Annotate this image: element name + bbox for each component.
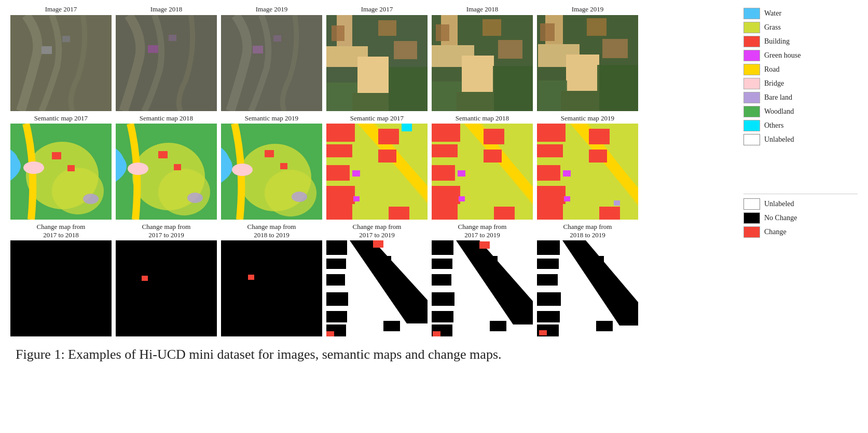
cell-aerial-2: Image 2018 xyxy=(116,5,217,111)
svg-rect-131 xyxy=(539,330,547,335)
label-image-2018-a: Image 2018 xyxy=(150,5,183,13)
svg-rect-124 xyxy=(537,259,559,269)
cell-sem-1: Semantic map 2017 xyxy=(10,114,112,220)
svg-rect-5 xyxy=(169,35,176,41)
legend-bareland: Bare land xyxy=(743,92,858,103)
svg-rect-109 xyxy=(326,331,334,336)
svg-rect-69 xyxy=(352,170,360,177)
unlabeled-change-swatch xyxy=(743,198,760,210)
greenhouse-swatch xyxy=(743,50,760,61)
svg-point-48 xyxy=(158,169,210,215)
label-change-1: Change map from 2017 to 2018 xyxy=(37,223,86,239)
greenhouse-label: Green house xyxy=(764,51,801,60)
svg-rect-8 xyxy=(273,35,281,42)
svg-rect-14 xyxy=(378,20,396,36)
svg-rect-87 xyxy=(537,165,560,181)
svg-rect-102 xyxy=(326,259,346,269)
svg-rect-103 xyxy=(326,274,345,286)
aerial-img-3 xyxy=(221,15,322,111)
label-image-2017-a: Image 2017 xyxy=(45,5,77,13)
svg-rect-50 xyxy=(158,151,168,158)
svg-rect-108 xyxy=(383,321,400,331)
svg-rect-2 xyxy=(62,36,70,42)
cell-change-6: Change map from 2018 to 2019 xyxy=(537,223,638,336)
svg-rect-115 xyxy=(432,292,454,306)
legend-nochange: No Change xyxy=(743,212,858,224)
svg-rect-116 xyxy=(432,311,453,322)
svg-rect-110 xyxy=(373,240,383,248)
svg-rect-27 xyxy=(493,66,533,111)
images-area: Image 2017 Image 2018 xyxy=(10,5,733,337)
label-image-2019-b: Image 2019 xyxy=(572,5,604,13)
unlabeled-sem-swatch xyxy=(743,134,760,145)
others-label: Others xyxy=(764,121,783,130)
svg-rect-79 xyxy=(484,150,502,163)
svg-rect-92 xyxy=(563,170,571,177)
svg-rect-127 xyxy=(537,311,560,322)
svg-rect-89 xyxy=(537,204,563,220)
svg-rect-90 xyxy=(589,150,607,163)
svg-rect-75 xyxy=(484,129,504,144)
svg-rect-13 xyxy=(332,25,345,41)
svg-rect-105 xyxy=(326,311,347,322)
svg-point-49 xyxy=(128,163,148,175)
road-swatch xyxy=(743,64,760,75)
legend-woodland: Woodland xyxy=(743,106,858,117)
svg-rect-112 xyxy=(432,240,453,255)
change-box-3 xyxy=(221,240,322,336)
svg-rect-15 xyxy=(394,41,417,59)
change-box-6 xyxy=(537,240,638,336)
sem-box-6 xyxy=(537,124,638,220)
svg-rect-113 xyxy=(432,259,452,269)
svg-rect-4 xyxy=(148,45,158,53)
svg-rect-43 xyxy=(52,152,61,159)
svg-rect-82 xyxy=(459,196,465,201)
svg-point-56 xyxy=(232,164,253,176)
svg-rect-51 xyxy=(174,164,181,170)
svg-rect-93 xyxy=(564,196,570,201)
svg-point-52 xyxy=(187,193,203,203)
woodland-label: Woodland xyxy=(764,107,794,116)
sem-box-4 xyxy=(326,124,428,220)
label-sem-2019-b: Semantic map 2019 xyxy=(561,114,614,123)
svg-rect-114 xyxy=(432,274,451,286)
bridge-label: Bridge xyxy=(764,79,784,88)
svg-rect-125 xyxy=(537,274,558,286)
svg-rect-77 xyxy=(432,186,460,204)
bridge-swatch xyxy=(743,78,760,89)
svg-rect-7 xyxy=(253,46,263,53)
svg-rect-68 xyxy=(389,207,409,220)
label-image-2017-b: Image 2017 xyxy=(361,5,393,13)
svg-rect-88 xyxy=(537,186,566,204)
sem-box-3 xyxy=(221,124,322,220)
cell-change-3: Change map from 2018 to 2019 xyxy=(221,223,322,336)
cell-sem-5: Semantic map 2018 xyxy=(432,114,533,220)
svg-rect-107 xyxy=(376,256,391,266)
label-sem-2018-a: Semantic map 2018 xyxy=(140,114,193,123)
label-sem-2019-a: Semantic map 2019 xyxy=(245,114,298,123)
svg-point-45 xyxy=(83,194,99,204)
semantic-legend: Water Grass Building Green house Road xyxy=(743,8,858,148)
svg-rect-130 xyxy=(596,321,613,331)
svg-rect-81 xyxy=(458,170,465,177)
svg-rect-118 xyxy=(482,256,498,266)
svg-rect-65 xyxy=(326,186,355,204)
legend-unlabeled-change: Unlabeled xyxy=(743,198,858,210)
svg-rect-38 xyxy=(561,91,599,111)
legend-change: Change xyxy=(743,226,858,238)
change-map-row: Change map from 2017 to 2018 Change map … xyxy=(10,223,733,336)
svg-rect-95 xyxy=(10,240,112,336)
cell-aerial-1: Image 2017 xyxy=(10,5,112,111)
bareland-swatch xyxy=(743,92,760,103)
sem-box-5 xyxy=(432,124,533,220)
svg-rect-24 xyxy=(483,19,501,36)
legend-grass: Grass xyxy=(743,22,858,33)
svg-rect-35 xyxy=(602,39,628,58)
sem-box-1 xyxy=(10,124,112,220)
svg-rect-71 xyxy=(402,124,412,131)
svg-rect-101 xyxy=(326,240,347,255)
svg-rect-25 xyxy=(498,40,522,59)
svg-rect-64 xyxy=(326,165,350,181)
legend-others: Others xyxy=(743,120,858,131)
svg-rect-119 xyxy=(490,321,506,331)
